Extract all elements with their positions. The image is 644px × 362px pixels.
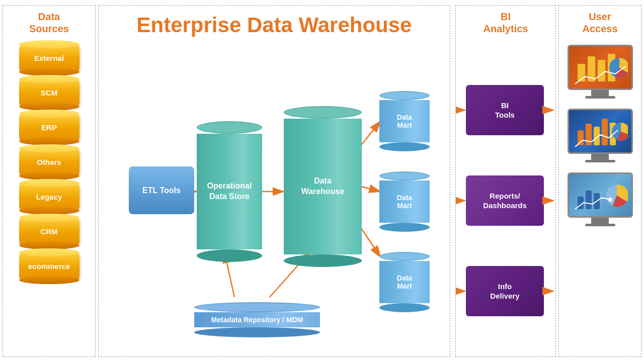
bi-analytics-title: BI Analytics bbox=[484, 11, 528, 35]
data-mart-2: DataMart bbox=[379, 171, 430, 232]
monitor-2-base bbox=[585, 160, 615, 162]
monitor-3-base bbox=[585, 224, 615, 226]
dm3-bottom bbox=[379, 303, 430, 312]
main-container: Data Sources ExternalSCMERPOthersLegacyC… bbox=[0, 0, 644, 362]
main-edw-panel: Enterprise Data Warehouse bbox=[98, 5, 450, 357]
dm1-bottom bbox=[379, 142, 430, 151]
svg-rect-28 bbox=[586, 191, 592, 209]
etl-label: ETL Tools bbox=[142, 186, 181, 195]
svg-rect-24 bbox=[602, 119, 608, 145]
meta-body: Metadata Repository / MDM bbox=[194, 312, 320, 327]
svg-point-31 bbox=[608, 198, 612, 202]
data-sources-list: ExternalSCMERPOthersLegacyCRMecommerce bbox=[3, 42, 95, 282]
ops-label: OperationalData Store bbox=[207, 181, 252, 202]
bi-title-line2: Analytics bbox=[484, 23, 528, 34]
meta-top bbox=[194, 302, 320, 312]
dw-cylinder-top bbox=[284, 106, 362, 119]
monitor-1-screen bbox=[568, 45, 633, 90]
monitor-2 bbox=[568, 109, 633, 162]
ds-cylinder-others: Others bbox=[19, 148, 79, 176]
dm1-top bbox=[379, 91, 430, 100]
monitor-3-chart bbox=[573, 176, 628, 214]
data-mart-1: DataMart bbox=[379, 91, 430, 151]
monitor-3-screen bbox=[568, 172, 633, 218]
meta-label: Metadata Repository / MDM bbox=[211, 316, 303, 324]
reports-dashboards-box: Reports/Dashboards bbox=[466, 175, 544, 226]
ds-cylinder-crm: CRM bbox=[19, 218, 79, 245]
monitor-1-base bbox=[585, 96, 615, 99]
dm2-body: DataMart bbox=[379, 180, 430, 223]
info-delivery-box: InfoDelivery bbox=[466, 266, 544, 316]
monitor-2-stand bbox=[591, 154, 609, 160]
etl-box: ETL Tools bbox=[129, 166, 194, 214]
ua-title-line2: Access bbox=[582, 23, 617, 34]
ds-cylinder-scm: SCM bbox=[19, 79, 79, 107]
bi-tools-box: BITools bbox=[466, 85, 544, 135]
info-delivery-label: InfoDelivery bbox=[490, 282, 519, 301]
user-access-title: User Access bbox=[582, 11, 617, 35]
data-warehouse: DataWarehouse bbox=[284, 106, 362, 267]
dm1-body: DataMart bbox=[379, 100, 430, 142]
meta-bottom bbox=[194, 327, 320, 337]
ds-title-line2: Sources bbox=[29, 23, 69, 34]
dm1-label: DataMart bbox=[397, 113, 412, 129]
data-mart-3: DataMart bbox=[379, 252, 430, 312]
dm2-bottom bbox=[379, 223, 430, 232]
ds-cylinder-ecommerce: ecommerce bbox=[19, 252, 79, 280]
user-access-panel: User Access bbox=[558, 5, 641, 357]
dm3-body: DataMart bbox=[379, 261, 430, 303]
dw-cylinder-body: DataWarehouse bbox=[284, 119, 362, 254]
svg-rect-21 bbox=[578, 130, 584, 145]
edw-title: Enterprise Data Warehouse bbox=[137, 13, 412, 37]
svg-line-5 bbox=[361, 187, 380, 192]
dm2-label: DataMart bbox=[397, 194, 412, 210]
ops-cylinder-body: OperationalData Store bbox=[197, 134, 262, 249]
ds-cylinder-erp: ERP bbox=[19, 114, 79, 141]
metadata-repository: Metadata Repository / MDM bbox=[194, 302, 320, 337]
ops-cylinder-bottom bbox=[197, 249, 262, 262]
dw-label: DataWarehouse bbox=[301, 176, 345, 197]
monitor-1-chart bbox=[573, 49, 628, 86]
dw-cylinder-bottom bbox=[284, 254, 362, 267]
ua-title-line1: User bbox=[589, 11, 611, 22]
data-sources-panel: Data Sources ExternalSCMERPOthersLegacyC… bbox=[3, 5, 96, 357]
ds-cylinder-external: External bbox=[19, 44, 79, 72]
bi-title-line1: BI bbox=[501, 11, 511, 22]
monitor-2-chart bbox=[573, 113, 628, 150]
bi-analytics-panel: BI Analytics BITools Reports/Dashboards … bbox=[455, 5, 556, 357]
ds-title-line1: Data bbox=[38, 11, 60, 22]
dm2-top bbox=[379, 171, 430, 180]
monitor-1 bbox=[568, 45, 633, 99]
monitor-1-stand bbox=[591, 90, 609, 96]
data-sources-title: Data Sources bbox=[29, 11, 69, 35]
ops-cylinder-top bbox=[197, 121, 262, 134]
bi-tools-label: BITools bbox=[495, 101, 515, 120]
monitor-2-screen bbox=[568, 109, 633, 154]
svg-line-4 bbox=[360, 121, 380, 146]
reports-dashboards-label: Reports/Dashboards bbox=[483, 191, 527, 211]
svg-rect-18 bbox=[598, 60, 605, 81]
dm3-top bbox=[379, 252, 430, 261]
ds-cylinder-legacy: Legacy bbox=[19, 183, 79, 211]
svg-line-6 bbox=[360, 227, 380, 257]
dm3-label: DataMart bbox=[397, 274, 412, 290]
monitor-3 bbox=[568, 172, 633, 226]
monitor-3-stand bbox=[591, 218, 609, 224]
user-access-items bbox=[559, 40, 641, 226]
ops-data-store: OperationalData Store bbox=[197, 121, 262, 262]
